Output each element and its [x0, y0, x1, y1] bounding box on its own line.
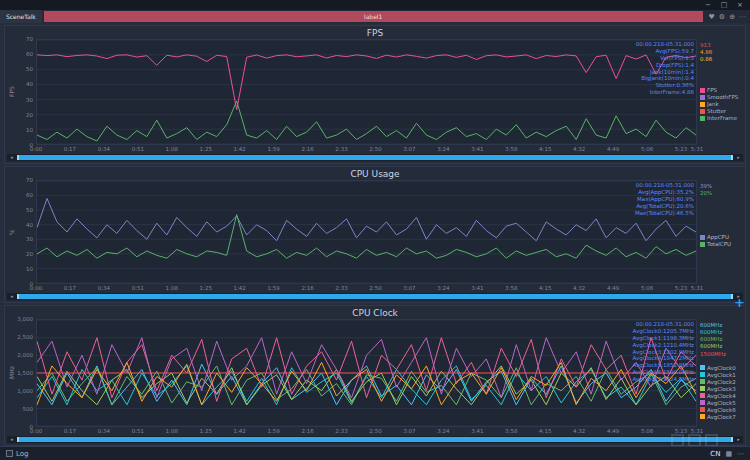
x-tick: 2:33	[335, 146, 347, 152]
legend-item[interactable]: AvgClock0	[700, 365, 743, 371]
y-tick: 20	[26, 112, 33, 118]
x-tick: 3:07	[403, 428, 415, 434]
legend-item[interactable]: FPS	[700, 87, 743, 93]
legend-item[interactable]: Jank	[700, 101, 743, 107]
legend-swatch	[700, 407, 705, 412]
close-button[interactable]: ×	[733, 0, 747, 10]
x-tick: 2:16	[301, 428, 313, 434]
chart-scrollbar[interactable]: ◂ ▸	[7, 293, 743, 300]
y-tick: 40	[26, 222, 33, 228]
right-axis-label: 600MHz	[700, 329, 743, 336]
chart-canvas	[37, 181, 696, 283]
x-tick: 1:08	[166, 428, 178, 434]
x-tick: 2:16	[301, 285, 313, 291]
legend-item[interactable]: AvgClock4	[700, 393, 743, 399]
y-tick-labels: 05001,0001,5002,0002,5003,000	[16, 319, 36, 427]
legend-swatch	[700, 116, 705, 121]
favorite-icon[interactable]: ♥	[709, 13, 715, 21]
scroll-track[interactable]	[16, 436, 734, 443]
legend-column: 9134.860.86 FPSSmoothFPSJankStutterInter…	[697, 39, 743, 145]
maximize-button[interactable]: □	[717, 0, 731, 10]
legend-item[interactable]: AppCPU	[700, 234, 743, 240]
scroll-left-button[interactable]: ◂	[7, 436, 16, 443]
legend-label: AvgClock2	[707, 379, 736, 385]
legend-item[interactable]: TotalCPU	[700, 241, 743, 247]
legend-item[interactable]: SmoothFPS	[700, 94, 743, 100]
legend-item[interactable]: AvgClock7	[700, 414, 743, 420]
plot-area[interactable]: 00:00.218-05:31.000Avg(FPS):59.7Var(FPS)…	[36, 39, 697, 145]
scroll-track[interactable]	[16, 293, 734, 300]
series-InterFrame	[37, 101, 696, 141]
plot-area[interactable]: 00:00.218-05:31.000Avg(AppCPU):35.2%Max(…	[36, 180, 697, 284]
add-icon[interactable]: ⊕	[729, 13, 735, 21]
legend-swatch	[700, 372, 705, 377]
x-tick: 1:08	[166, 146, 178, 152]
legend-item[interactable]: AvgClock2	[700, 379, 743, 385]
legend-swatch	[700, 235, 705, 240]
legend-item[interactable]: AvgClock3	[700, 386, 743, 392]
app-label[interactable]: SceneTalk	[0, 10, 42, 23]
x-tick: 5:31	[691, 146, 703, 152]
scroll-right-button[interactable]: ▸	[734, 436, 743, 443]
settings-icon[interactable]: ⚙	[719, 13, 725, 21]
legend-swatch	[700, 242, 705, 247]
scroll-left-button[interactable]: ◂	[7, 154, 16, 161]
x-tick: 2:16	[301, 146, 313, 152]
x-tick: 2:50	[369, 428, 381, 434]
scroll-thumb[interactable]	[17, 294, 733, 299]
plot-area[interactable]: 00:00.218-05:31.000AvgClock0:1205.7MHzAv…	[36, 319, 697, 427]
x-tick: 0:51	[132, 428, 144, 434]
x-tick: 0:34	[98, 146, 110, 152]
legend-label: Stutter	[707, 108, 726, 114]
window-title-bar: − □ ×	[0, 0, 750, 10]
chart-scrollbar[interactable]: ◂ ▸	[7, 154, 743, 161]
x-tick: 4:15	[539, 285, 551, 291]
legend-item[interactable]: AvgClock6	[700, 407, 743, 413]
right-axis-label: 20%	[700, 190, 743, 197]
session-label-bar[interactable]: label1	[44, 11, 703, 22]
chart-title: CPU Usage	[7, 168, 743, 180]
chart-canvas	[37, 320, 696, 426]
legend-swatch	[700, 95, 705, 100]
log-toggle[interactable]: Log	[6, 450, 29, 458]
scroll-thumb[interactable]	[17, 437, 733, 442]
scroll-track[interactable]	[16, 154, 734, 161]
legend-label: Jank	[707, 101, 719, 107]
scroll-right-button[interactable]: ▸	[734, 154, 743, 161]
log-checkbox[interactable]	[6, 450, 13, 457]
x-tick: 0:17	[64, 146, 76, 152]
language-indicator[interactable]: CN	[710, 450, 720, 458]
x-axis-labels: 0:000:170:340:511:081:251:421:592:162:33…	[36, 145, 697, 153]
series-AppCPU	[37, 198, 696, 240]
legend-item[interactable]: InterFrame	[700, 115, 743, 121]
scroll-thumb[interactable]	[17, 155, 733, 160]
legend-item[interactable]: Stutter	[700, 108, 743, 114]
minimize-button[interactable]: −	[701, 0, 715, 10]
right-axis-label: 4.86	[700, 49, 743, 56]
cpu-usage-chart-panel: CPU Usage % 010203040506070 00:00.218-05…	[4, 166, 746, 303]
y-tick: 70	[26, 36, 33, 42]
ime-more-icon[interactable]: ⋯	[737, 450, 744, 458]
x-axis-labels: 0:000:170:340:511:081:251:421:592:162:33…	[36, 427, 697, 435]
legend-item[interactable]: AvgClock1	[700, 372, 743, 378]
chart-scrollbar[interactable]: ◂ ▸	[7, 436, 743, 443]
more-icon[interactable]: ⋯	[739, 13, 746, 21]
y-axis-title: MHz	[7, 319, 16, 427]
scroll-left-button[interactable]: ◂	[7, 293, 16, 300]
x-tick: 4:32	[573, 285, 585, 291]
legend-item[interactable]: AvgClock5	[700, 400, 743, 406]
x-tick: 3:07	[403, 285, 415, 291]
series-FPS	[37, 55, 696, 110]
crosshair-icon[interactable]: +	[734, 296, 745, 309]
status-bar-right: CN ▦ ⋯	[710, 450, 744, 458]
ime-keyboard-icon[interactable]: ▦	[725, 450, 732, 458]
x-tick: 0:34	[98, 285, 110, 291]
right-labels: 39%20%	[700, 183, 743, 197]
x-tick: 5:23	[675, 285, 687, 291]
x-tick: 0:00	[30, 146, 42, 152]
right-axis-label: 39%	[700, 183, 743, 190]
legend-label: FPS	[707, 87, 717, 93]
legend-label: AvgClock5	[707, 400, 736, 406]
fps-chart-panel: FPS FPS 010203040506070 00:00.218-05:31.…	[4, 25, 746, 164]
y-tick: 30	[26, 236, 33, 242]
